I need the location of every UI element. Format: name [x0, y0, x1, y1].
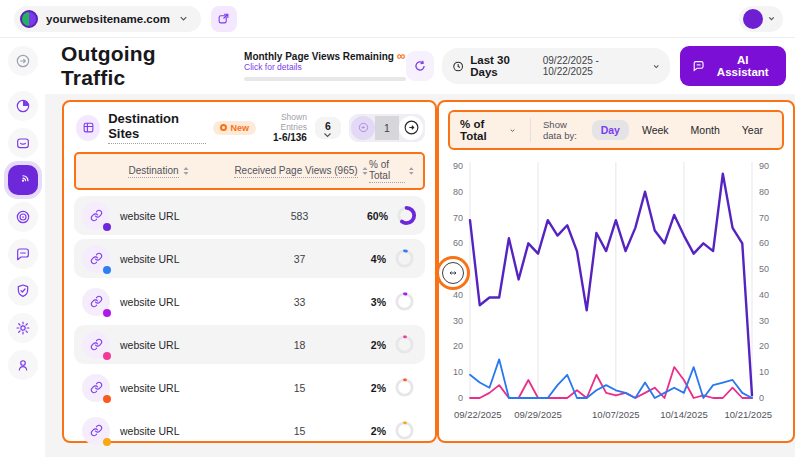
external-link-button[interactable] [211, 6, 237, 32]
svg-text:30: 30 [453, 316, 463, 326]
infinity-icon: ∞ [397, 51, 406, 61]
date-range-selector[interactable]: Last 30 Days 09/22/2025 - 10/22/2025 [442, 48, 670, 84]
sidebar-item-collapse-sidebar[interactable] [8, 46, 38, 76]
table-row[interactable]: website URL152% [74, 368, 425, 407]
received-page-views: 37 [232, 253, 367, 265]
svg-text:0: 0 [759, 393, 764, 403]
next-page-button[interactable] [399, 116, 423, 140]
outgoing-traffic-radar-icon [15, 172, 31, 188]
table-row[interactable]: website URL374% [74, 239, 425, 278]
link-icon [90, 295, 103, 308]
panel-resize-highlight-ring [436, 256, 470, 290]
percent-of-total: 2% [371, 382, 386, 394]
percent-of-total: 2% [371, 339, 386, 351]
svg-text:60: 60 [759, 238, 769, 248]
chevron-down-icon [323, 132, 332, 138]
received-page-views: 15 [232, 382, 367, 394]
granularity-buttons: DayWeekMonthYear [592, 120, 772, 140]
panel-resize-button[interactable] [442, 262, 464, 284]
link-icon [90, 381, 103, 394]
granularity-month-button[interactable]: Month [682, 120, 729, 140]
svg-text:80: 80 [759, 187, 769, 197]
sidebar-item-settings-gear[interactable] [8, 313, 38, 343]
sidebar-item-chat[interactable] [8, 239, 38, 269]
site-color-dot [103, 438, 111, 446]
site-logo-icon [20, 10, 38, 28]
chart-controls-bar: % of Total Show data by: DayWeekMonthYea… [448, 110, 784, 150]
user-menu[interactable] [739, 6, 783, 32]
site-color-dot [103, 309, 111, 317]
granularity-day-button[interactable]: Day [592, 120, 629, 140]
avatar [743, 9, 763, 29]
pagination: 1 [349, 114, 425, 142]
granularity-week-button[interactable]: Week [633, 120, 678, 140]
clock-icon [452, 60, 464, 73]
table-row[interactable]: website URL333% [74, 282, 425, 321]
link-icon [90, 209, 103, 222]
monthly-details-link[interactable]: Click for details [244, 62, 394, 72]
column-header-received-page-views-965-[interactable]: Received Page Views (965) [234, 165, 369, 178]
link-icon [90, 424, 103, 437]
ai-assistant-button[interactable]: AI Assistant [680, 46, 786, 86]
sidebar-item-pie-chart[interactable] [8, 91, 38, 121]
chevron-down-icon [767, 14, 776, 23]
collapse-sidebar-icon [15, 53, 31, 69]
destination-label: website URL [120, 253, 180, 265]
chevron-down-icon [652, 62, 661, 71]
current-page[interactable]: 1 [375, 116, 399, 140]
sidebar [0, 38, 45, 457]
site-color-dot [103, 352, 111, 360]
percent-of-total: 4% [371, 253, 386, 265]
table-row[interactable]: website URL58360% [74, 196, 425, 235]
sidebar-item-inbox-bot[interactable] [8, 128, 38, 158]
sidebar-item-audience-target[interactable] [8, 202, 38, 232]
sidebar-item-outgoing-traffic-radar[interactable] [8, 165, 38, 195]
percent-donut-icon [394, 248, 415, 269]
shield-check-icon [15, 283, 31, 299]
percent-donut-icon [396, 205, 417, 226]
svg-text:09/22/2025: 09/22/2025 [454, 409, 502, 420]
destination-label: website URL [120, 210, 180, 222]
svg-text:0: 0 [458, 393, 463, 403]
ai-assistant-label: AI Assistant [712, 54, 774, 78]
link-icon [90, 252, 103, 265]
svg-text:20: 20 [453, 341, 463, 351]
inbox-bot-icon [15, 135, 31, 151]
svg-text:60: 60 [453, 238, 463, 248]
refresh-button[interactable] [406, 51, 434, 81]
column-header-destination[interactable]: Destination [84, 165, 234, 178]
svg-text:80: 80 [453, 187, 463, 197]
svg-text:40: 40 [759, 290, 769, 300]
svg-text:90: 90 [453, 161, 463, 171]
column-header--of-total[interactable]: % of Total [369, 159, 415, 183]
page-size-select[interactable]: 6 [315, 117, 341, 139]
svg-text:50: 50 [759, 264, 769, 274]
pie-chart-icon [15, 98, 31, 114]
table-row[interactable]: website URL182% [74, 325, 425, 364]
received-page-views: 583 [232, 210, 367, 222]
svg-text:90: 90 [759, 161, 769, 171]
metric-select[interactable]: % of Total [460, 118, 531, 142]
external-link-icon [217, 12, 230, 25]
line-chart: 0010102020303040405050606070708080909009… [439, 150, 793, 440]
link-icon [90, 338, 103, 351]
granularity-year-button[interactable]: Year [733, 120, 772, 140]
previous-page-button[interactable] [351, 116, 375, 140]
sort-icon [408, 166, 415, 176]
received-page-views: 33 [232, 296, 367, 308]
svg-text:10/14/2025: 10/14/2025 [660, 409, 708, 420]
chat-bubble-icon [692, 59, 705, 73]
arrow-right-circle-icon [403, 119, 420, 136]
top-bar: yourwebsitename.com [0, 0, 795, 38]
website-selector[interactable]: yourwebsitename.com [14, 6, 201, 32]
settings-gear-icon [15, 320, 31, 336]
destination-sites-panel: Destination Sites New Shown Entries 1-6/… [62, 100, 437, 443]
sidebar-item-shield-check[interactable] [8, 276, 38, 306]
percent-donut-icon [394, 420, 415, 441]
destination-label: website URL [120, 296, 180, 308]
sidebar-item-user-location[interactable] [8, 350, 38, 380]
user-location-icon [15, 357, 31, 373]
table-row[interactable]: website URL152% [74, 411, 425, 450]
site-color-dot [103, 223, 111, 231]
metric-select-value: % of Total [460, 118, 495, 142]
